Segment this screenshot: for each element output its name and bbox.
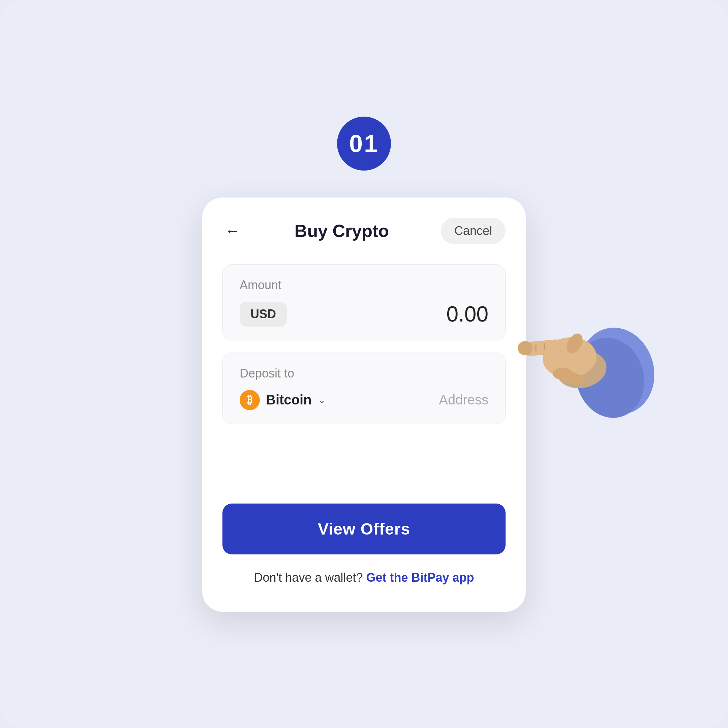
chevron-down-icon: ⌄ xyxy=(318,394,326,405)
address-placeholder[interactable]: Address xyxy=(439,392,488,407)
deposit-label: Deposit to xyxy=(240,366,488,381)
svg-rect-4 xyxy=(522,339,564,356)
bitcoin-selector[interactable]: ₿ Bitcoin ⌄ xyxy=(240,390,326,410)
bitcoin-icon: ₿ xyxy=(240,390,260,410)
amount-row: USD 0.00 xyxy=(240,302,488,327)
back-button[interactable]: ← xyxy=(222,221,243,241)
view-offers-button[interactable]: View Offers xyxy=(222,503,506,554)
phone-card: ← Buy Crypto Cancel Amount USD 0.00 Depo… xyxy=(202,197,526,612)
page-title: Buy Crypto xyxy=(295,221,389,241)
phone-wrapper: ← Buy Crypto Cancel Amount USD 0.00 Depo… xyxy=(202,197,526,612)
svg-point-3 xyxy=(541,335,598,380)
svg-point-0 xyxy=(570,319,654,418)
amount-card: Amount USD 0.00 xyxy=(222,264,506,340)
spacer xyxy=(222,436,506,503)
svg-point-6 xyxy=(553,368,573,380)
svg-point-2 xyxy=(554,346,610,392)
step-badge: 01 xyxy=(337,116,391,171)
hand-illustration xyxy=(512,290,654,420)
svg-point-9 xyxy=(564,330,586,356)
step-number: 01 xyxy=(349,130,379,158)
no-wallet-text: Don't have a wallet? xyxy=(254,570,362,584)
amount-label: Amount xyxy=(240,278,488,292)
cancel-button[interactable]: Cancel xyxy=(441,218,506,244)
deposit-row: ₿ Bitcoin ⌄ Address xyxy=(240,390,488,410)
page-container: 01 ← Buy Crypto Cancel Amount USD 0.00 xyxy=(0,0,728,728)
svg-point-1 xyxy=(567,330,653,418)
svg-point-8 xyxy=(568,374,585,384)
header-bar: ← Buy Crypto Cancel xyxy=(222,218,506,244)
wallet-footer: Don't have a wallet? Get the BitPay app xyxy=(222,570,506,585)
bitcoin-label: Bitcoin xyxy=(266,392,312,407)
get-bitpay-link[interactable]: Get the BitPay app xyxy=(366,570,474,584)
amount-value[interactable]: 0.00 xyxy=(446,302,488,327)
deposit-card: Deposit to ₿ Bitcoin ⌄ Address xyxy=(222,353,506,424)
back-arrow-icon: ← xyxy=(225,222,240,239)
currency-tag[interactable]: USD xyxy=(240,302,287,327)
svg-point-7 xyxy=(560,372,579,382)
